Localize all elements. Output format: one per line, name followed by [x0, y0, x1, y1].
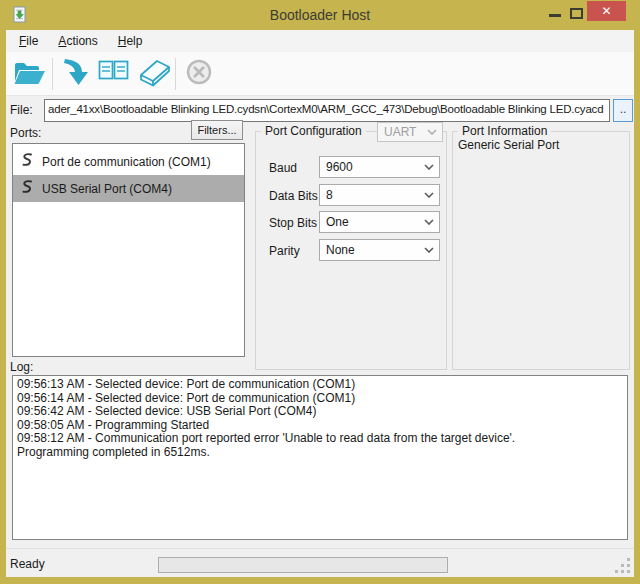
erase-button[interactable] [133, 55, 171, 93]
menu-file[interactable]: File [9, 31, 48, 51]
log-line: 09:58:05 AM - Programming Started [17, 419, 623, 433]
parity-select[interactable]: None [319, 239, 440, 261]
progress-bar [158, 557, 448, 573]
log-output[interactable]: 09:56:13 AM - Selected device: Port de c… [12, 375, 628, 540]
port-item-label: Port de communication (COM1) [42, 154, 211, 169]
port-information-title: Port Information [458, 124, 551, 138]
log-line: 09:56:14 AM - Selected device: Port de c… [17, 392, 623, 406]
maximize-button[interactable] [570, 8, 583, 19]
minimize-button[interactable] [549, 14, 561, 17]
file-label: File: [10, 103, 33, 117]
ports-list: Port de communication (COM1) USB Serial … [12, 143, 245, 357]
chevron-down-icon [424, 247, 434, 253]
program-arrow-icon [61, 56, 91, 91]
log-line: 09:58:12 AM - Communication port reporte… [17, 432, 623, 446]
port-item-label: USB Serial Port (COM4) [42, 181, 172, 196]
abort-button[interactable] [180, 55, 218, 93]
chevron-down-icon [424, 219, 434, 225]
ports-label: Ports: [10, 126, 41, 140]
chevron-down-icon [427, 129, 437, 135]
data-bits-label: Data Bits [269, 189, 324, 203]
port-item-com1[interactable]: Port de communication (COM1) [13, 148, 244, 175]
serial-port-icon [20, 179, 33, 198]
baud-select[interactable]: 9600 [319, 156, 440, 178]
close-button[interactable]: ✕ [587, 1, 626, 21]
menu-actions[interactable]: Actions [48, 31, 107, 51]
stop-bits-select[interactable]: One [319, 211, 440, 233]
open-file-button[interactable] [10, 55, 48, 93]
port-configuration-group: Port Configuration Baud 9600 Data Bits 8… [255, 131, 447, 370]
port-configuration-title: Port Configuration [261, 124, 366, 138]
status-text: Ready [10, 557, 45, 571]
log-label: Log: [10, 360, 33, 374]
browse-button[interactable]: .. [613, 99, 633, 122]
menu-bar: File Actions Help [6, 30, 634, 52]
chevron-down-icon [424, 192, 434, 198]
data-bits-select[interactable]: 8 [319, 184, 440, 206]
menu-help[interactable]: Help [108, 31, 153, 51]
baud-label: Baud [269, 161, 324, 175]
stop-bits-label: Stop Bits [269, 216, 324, 230]
parity-label: Parity [269, 244, 324, 258]
eraser-icon [132, 56, 172, 91]
status-bar: Ready [6, 548, 634, 577]
port-information-text: Generic Serial Port [458, 138, 559, 152]
abort-circle-x-icon [185, 58, 213, 89]
resize-grip-icon[interactable] [615, 558, 630, 573]
toolbar [6, 52, 634, 96]
log-line: Programming completed in 6512ms. [17, 446, 623, 460]
port-item-com4[interactable]: USB Serial Port (COM4) [13, 175, 244, 202]
chevron-down-icon [424, 164, 434, 170]
open-folder-icon [12, 58, 46, 89]
verify-documents-icon [96, 57, 132, 90]
serial-port-icon [20, 152, 33, 171]
program-button[interactable] [57, 55, 95, 93]
port-information-group: Port Information Generic Serial Port [452, 131, 630, 370]
bootloader-host-window: Bootloader Host ✕ File Actions Help [0, 0, 640, 584]
titlebar: Bootloader Host ✕ [0, 0, 640, 30]
file-path-input[interactable]: ader_41xx\Bootloadable Blinking LED.cyds… [44, 99, 610, 122]
client-area: File Actions Help [6, 30, 634, 577]
toolbar-separator [52, 58, 53, 90]
verify-button[interactable] [95, 55, 133, 93]
log-line: 09:56:13 AM - Selected device: Port de c… [17, 378, 623, 392]
window-title: Bootloader Host [0, 0, 640, 30]
protocol-select[interactable]: UART [377, 122, 443, 142]
log-line: 09:56:42 AM - Selected device: USB Seria… [17, 405, 623, 419]
filters-button[interactable]: Filters... [191, 120, 243, 140]
toolbar-separator [175, 58, 176, 90]
